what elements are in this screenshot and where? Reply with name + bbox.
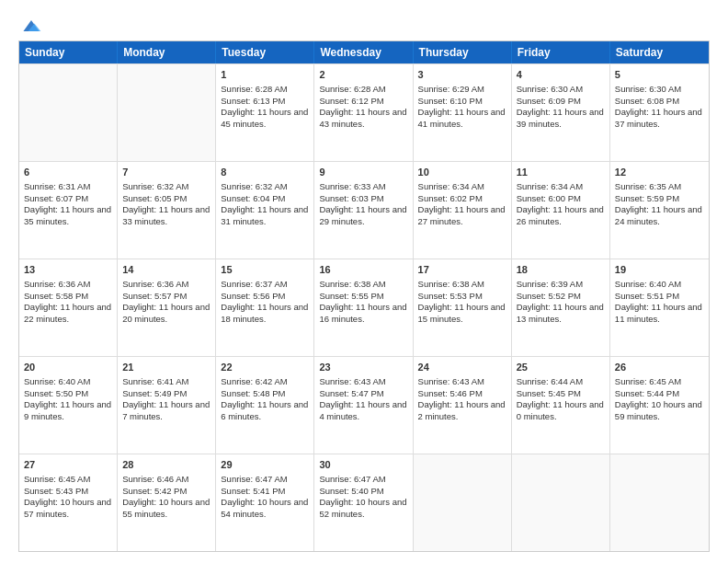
- day-info: Sunrise: 6:46 AM: [122, 474, 210, 486]
- day-info: Daylight: 10 hours and 59 minutes.: [615, 399, 704, 423]
- day-info: Sunrise: 6:45 AM: [24, 474, 112, 486]
- calendar-cell: [610, 454, 709, 551]
- day-info: Daylight: 11 hours and 7 minutes.: [122, 399, 210, 423]
- calendar-cell: 30Sunrise: 6:47 AMSunset: 5:40 PMDayligh…: [314, 454, 413, 551]
- day-info: Sunrise: 6:35 AM: [615, 181, 704, 193]
- calendar-cell: 17Sunrise: 6:38 AMSunset: 5:53 PMDayligh…: [414, 259, 512, 356]
- calendar-cell: 9Sunrise: 6:33 AMSunset: 6:03 PMDaylight…: [314, 162, 413, 259]
- calendar-cell: 5Sunrise: 6:30 AMSunset: 6:08 PMDaylight…: [610, 64, 709, 161]
- calendar-header: SundayMondayTuesdayWednesdayThursdayFrid…: [19, 41, 709, 63]
- day-info: Daylight: 11 hours and 6 minutes.: [221, 399, 309, 423]
- calendar-cell: [512, 454, 610, 551]
- day-info: Sunset: 5:43 PM: [24, 486, 112, 498]
- day-info: Sunset: 6:09 PM: [517, 96, 605, 108]
- calendar-cell: 20Sunrise: 6:40 AMSunset: 5:50 PMDayligh…: [19, 357, 118, 454]
- day-info: Sunset: 6:07 PM: [24, 193, 112, 205]
- day-number: 18: [517, 263, 605, 277]
- calendar-row: 6Sunrise: 6:31 AMSunset: 6:07 PMDaylight…: [19, 161, 709, 259]
- calendar-row: 20Sunrise: 6:40 AMSunset: 5:50 PMDayligh…: [19, 356, 709, 454]
- day-info: Daylight: 11 hours and 26 minutes.: [517, 204, 605, 228]
- day-number: 15: [221, 263, 309, 277]
- calendar-cell: 21Sunrise: 6:41 AMSunset: 5:49 PMDayligh…: [118, 357, 216, 454]
- day-info: Sunset: 5:59 PM: [615, 193, 704, 205]
- day-info: Daylight: 11 hours and 4 minutes.: [319, 399, 407, 423]
- day-info: Daylight: 11 hours and 41 minutes.: [418, 107, 506, 131]
- day-info: Sunrise: 6:28 AM: [319, 84, 407, 96]
- day-number: 5: [615, 68, 704, 82]
- calendar-cell: 1Sunrise: 6:28 AMSunset: 6:13 PMDaylight…: [216, 64, 314, 161]
- day-info: Sunset: 5:55 PM: [319, 291, 407, 303]
- calendar-header-cell: Thursday: [414, 41, 512, 63]
- day-info: Sunset: 5:56 PM: [221, 291, 309, 303]
- calendar-cell: 8Sunrise: 6:32 AMSunset: 6:04 PMDaylight…: [216, 162, 314, 259]
- day-number: 28: [122, 458, 210, 472]
- day-number: 11: [517, 166, 605, 179]
- day-info: Daylight: 11 hours and 15 minutes.: [418, 302, 506, 326]
- day-info: Sunset: 6:10 PM: [418, 96, 506, 108]
- calendar-cell: 13Sunrise: 6:36 AMSunset: 5:58 PMDayligh…: [19, 259, 118, 356]
- day-info: Sunrise: 6:38 AM: [319, 279, 407, 291]
- day-info: Daylight: 11 hours and 0 minutes.: [517, 399, 605, 423]
- calendar-cell: 29Sunrise: 6:47 AMSunset: 5:41 PMDayligh…: [216, 454, 314, 551]
- calendar-cell: 12Sunrise: 6:35 AMSunset: 5:59 PMDayligh…: [610, 162, 709, 259]
- day-info: Sunrise: 6:43 AM: [319, 376, 407, 388]
- day-number: 19: [615, 263, 704, 277]
- calendar-cell: [414, 454, 512, 551]
- day-number: 6: [24, 166, 112, 179]
- day-number: 3: [418, 68, 506, 82]
- calendar-cell: 26Sunrise: 6:45 AMSunset: 5:44 PMDayligh…: [610, 357, 709, 454]
- day-info: Daylight: 11 hours and 31 minutes.: [221, 204, 309, 228]
- day-number: 23: [319, 361, 407, 374]
- day-info: Sunset: 5:52 PM: [517, 291, 605, 303]
- logo-icon: [20, 15, 42, 37]
- day-info: Sunrise: 6:32 AM: [221, 181, 309, 193]
- day-info: Daylight: 10 hours and 52 minutes.: [319, 497, 407, 521]
- day-info: Sunset: 5:58 PM: [24, 291, 112, 303]
- day-info: Sunrise: 6:30 AM: [517, 84, 605, 96]
- page: SundayMondayTuesdayWednesdayThursdayFrid…: [0, 0, 728, 563]
- calendar-cell: 22Sunrise: 6:42 AMSunset: 5:48 PMDayligh…: [216, 357, 314, 454]
- calendar-cell: 2Sunrise: 6:28 AMSunset: 6:12 PMDaylight…: [314, 64, 413, 161]
- day-info: Sunset: 6:12 PM: [319, 96, 407, 108]
- day-info: Daylight: 11 hours and 43 minutes.: [319, 107, 407, 131]
- day-number: 27: [24, 458, 112, 472]
- header: [18, 15, 710, 33]
- day-info: Daylight: 11 hours and 35 minutes.: [24, 204, 112, 228]
- calendar-cell: 4Sunrise: 6:30 AMSunset: 6:09 PMDaylight…: [512, 64, 610, 161]
- day-number: 13: [24, 263, 112, 277]
- day-number: 17: [418, 263, 506, 277]
- day-info: Daylight: 11 hours and 11 minutes.: [615, 302, 704, 326]
- day-number: 26: [615, 361, 704, 374]
- day-info: Sunset: 5:42 PM: [122, 486, 210, 498]
- calendar-cell: 27Sunrise: 6:45 AMSunset: 5:43 PMDayligh…: [19, 454, 118, 551]
- day-info: Sunrise: 6:36 AM: [24, 279, 112, 291]
- calendar-cell: 3Sunrise: 6:29 AMSunset: 6:10 PMDaylight…: [414, 64, 512, 161]
- calendar-cell: 11Sunrise: 6:34 AMSunset: 6:00 PMDayligh…: [512, 162, 610, 259]
- day-number: 9: [319, 166, 407, 179]
- day-info: Sunrise: 6:40 AM: [615, 279, 704, 291]
- day-info: Sunset: 5:51 PM: [615, 291, 704, 303]
- calendar-header-cell: Monday: [118, 41, 216, 63]
- day-info: Sunset: 6:02 PM: [418, 193, 506, 205]
- day-info: Sunrise: 6:47 AM: [221, 474, 309, 486]
- day-number: 2: [319, 68, 407, 82]
- day-info: Sunrise: 6:33 AM: [319, 181, 407, 193]
- calendar-cell: [118, 64, 216, 161]
- calendar-cell: 10Sunrise: 6:34 AMSunset: 6:02 PMDayligh…: [414, 162, 512, 259]
- calendar-cell: 24Sunrise: 6:43 AMSunset: 5:46 PMDayligh…: [414, 357, 512, 454]
- day-info: Sunset: 5:50 PM: [24, 388, 112, 400]
- day-info: Sunrise: 6:44 AM: [517, 376, 605, 388]
- day-info: Sunrise: 6:29 AM: [418, 84, 506, 96]
- day-info: Sunset: 5:57 PM: [122, 291, 210, 303]
- calendar-cell: 6Sunrise: 6:31 AMSunset: 6:07 PMDaylight…: [19, 162, 118, 259]
- day-number: 21: [122, 361, 210, 374]
- day-info: Sunrise: 6:41 AM: [122, 376, 210, 388]
- day-info: Sunset: 5:44 PM: [615, 388, 704, 400]
- calendar-cell: 23Sunrise: 6:43 AMSunset: 5:47 PMDayligh…: [314, 357, 413, 454]
- calendar-cell: 16Sunrise: 6:38 AMSunset: 5:55 PMDayligh…: [314, 259, 413, 356]
- day-info: Daylight: 11 hours and 29 minutes.: [319, 204, 407, 228]
- day-info: Sunrise: 6:30 AM: [615, 84, 704, 96]
- day-number: 14: [122, 263, 210, 277]
- day-info: Daylight: 11 hours and 20 minutes.: [122, 302, 210, 326]
- day-info: Sunset: 5:46 PM: [418, 388, 506, 400]
